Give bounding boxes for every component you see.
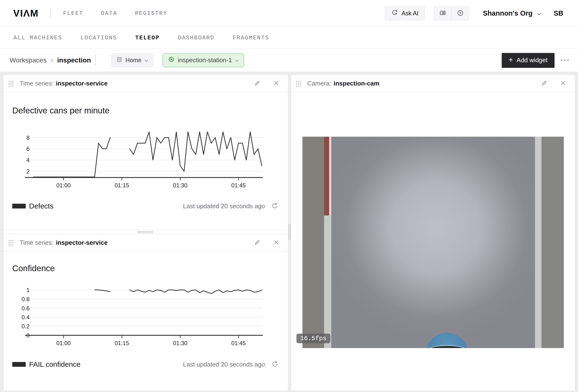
book-icon	[439, 9, 446, 17]
svg-text:01:00: 01:00	[56, 340, 71, 346]
breadcrumb-workspaces[interactable]: Workspaces	[10, 56, 47, 64]
svg-text:01:15: 01:15	[115, 340, 129, 346]
close-widget-button[interactable]	[273, 239, 279, 246]
refresh-button[interactable]	[271, 202, 278, 210]
widget-header: Time series: inspector-service	[3, 75, 288, 92]
widget-body: Confidence 00.20.40.60.8101:0001:1501:30…	[3, 251, 288, 391]
drag-handle-icon[interactable]	[295, 80, 301, 87]
chart-footer: Defects Last updated 20 seconds ago	[12, 201, 278, 211]
widget-type-label: Camera:	[307, 80, 331, 87]
fps-badge: 16.5fps	[296, 334, 330, 343]
drag-handle-icon[interactable]	[8, 80, 13, 87]
svg-text:8: 8	[26, 135, 30, 141]
header-right: Ask AI ?	[385, 6, 565, 20]
defects-chart: 246801:0001:1501:3001:45	[3, 120, 288, 192]
widget-header: Time series: inspector-service	[3, 234, 288, 251]
more-menu-button[interactable]: •••	[558, 57, 572, 64]
pencil-icon	[541, 80, 547, 87]
close-icon	[273, 80, 279, 87]
legend-swatch	[12, 362, 26, 367]
tab-locations[interactable]: LOCATIONS	[81, 35, 117, 41]
drag-handle-icon[interactable]	[8, 239, 13, 246]
tab-all-machines[interactable]: ALL MACHINES	[13, 35, 62, 41]
building-icon	[116, 56, 123, 64]
refresh-icon	[271, 202, 278, 210]
svg-text:01:45: 01:45	[231, 182, 246, 189]
header-divider	[50, 8, 51, 19]
close-icon	[273, 239, 279, 246]
machine-selector-label: inspection-station-1	[178, 56, 232, 64]
timeseries-widget-confidence: Time series: inspector-service	[3, 234, 288, 391]
workspace-name-caret	[95, 55, 96, 66]
widget-source-name: inspector-service	[56, 80, 108, 87]
svg-text:2: 2	[26, 168, 30, 175]
camera-lower-stripe	[324, 215, 331, 348]
widget-source-name: inspection-cam	[334, 80, 380, 87]
machine-live-icon	[168, 56, 175, 64]
close-widget-button[interactable]	[560, 80, 566, 87]
pencil-icon	[254, 80, 261, 87]
chevron-down-icon	[235, 56, 239, 64]
section-tab-bar: ALL MACHINES LOCATIONS TELEOP DASHBOARD …	[0, 27, 578, 49]
viam-teleop-page: VIΛM FLEET DATA REGISTRY Ask AI	[0, 0, 578, 392]
tab-dashboard[interactable]: DASHBOARD	[178, 35, 214, 41]
viam-logo[interactable]: VIΛM	[13, 8, 39, 19]
tab-teleop[interactable]: TELEOP	[135, 35, 159, 41]
widget-body: Defective cans per minute 246801:0001:15…	[3, 92, 288, 230]
org-name: Shannon's Org	[483, 9, 532, 17]
confidence-chart: 00.20.40.60.8101:0001:1501:3001:45	[3, 277, 288, 354]
avatar[interactable]: SB	[554, 9, 563, 17]
chart-title: Confidence	[12, 263, 55, 273]
pencil-icon	[254, 239, 261, 246]
widget-type-label: Time series:	[20, 80, 53, 87]
last-updated-text: Last updated 20 seconds ago	[183, 202, 265, 210]
column-resize-grip-icon[interactable]	[288, 224, 291, 240]
ask-ai-label: Ask AI	[401, 10, 419, 17]
chart-title: Defective cans per minute	[12, 106, 109, 115]
add-widget-label: Add widget	[517, 56, 547, 64]
camera-red-stripe	[324, 137, 329, 215]
edit-widget-button[interactable]	[541, 80, 547, 87]
edit-widget-button[interactable]	[254, 80, 261, 87]
workspace-toolbar: Workspaces › inspection Home	[0, 49, 578, 72]
ask-ai-button[interactable]: Ask AI	[385, 6, 425, 20]
add-widget-button[interactable]: + Add widget	[502, 53, 554, 68]
nav-item-registry[interactable]: REGISTRY	[135, 10, 167, 17]
row-resize-gutter[interactable]	[3, 230, 288, 234]
nav-item-data[interactable]: DATA	[101, 10, 117, 17]
edit-widget-button[interactable]	[254, 239, 261, 246]
location-selector-label: Home	[125, 57, 142, 64]
legend-swatch	[12, 204, 26, 208]
legend-label: FAIL confidence	[29, 360, 81, 368]
org-switcher[interactable]: Shannon's Org	[483, 9, 541, 17]
camera-widget: Camera: inspection-cam	[291, 75, 575, 391]
plus-icon: +	[509, 56, 513, 64]
svg-text:0.2: 0.2	[22, 323, 30, 330]
nav-item-fleet[interactable]: FLEET	[63, 10, 83, 17]
tab-fragments[interactable]: FRAGMENTS	[233, 35, 269, 41]
svg-text:0.4: 0.4	[22, 314, 30, 320]
machine-selector-pill[interactable]: inspection-station-1	[163, 53, 244, 67]
close-widget-button[interactable]	[273, 80, 279, 87]
top-header: VIΛM FLEET DATA REGISTRY Ask AI	[0, 0, 578, 27]
camera-light-blob	[302, 137, 564, 348]
close-icon	[560, 80, 566, 87]
widget-source-name: inspector-service	[56, 239, 108, 246]
refresh-button[interactable]	[271, 360, 278, 368]
row-resize-grip-icon[interactable]	[137, 231, 153, 233]
camera-feed-body: 16.5fps	[291, 92, 575, 391]
primary-nav: FLEET DATA REGISTRY	[63, 10, 167, 17]
svg-text:01:00: 01:00	[56, 182, 71, 189]
svg-text:01:30: 01:30	[173, 340, 187, 346]
last-updated-text: Last updated 20 seconds ago	[183, 361, 265, 368]
help-button[interactable]: ?	[451, 7, 469, 20]
documentation-button[interactable]	[434, 7, 451, 20]
svg-text:0.8: 0.8	[22, 296, 30, 302]
svg-text:01:15: 01:15	[115, 182, 129, 189]
location-selector-button[interactable]: Home	[111, 53, 153, 67]
svg-text:01:30: 01:30	[173, 182, 187, 189]
workspace-name-field[interactable]: inspection	[57, 56, 91, 64]
svg-text:0.6: 0.6	[22, 305, 30, 311]
breadcrumb-separator: ›	[51, 56, 53, 64]
dashboard-canvas: Time series: inspector-service	[0, 72, 578, 392]
